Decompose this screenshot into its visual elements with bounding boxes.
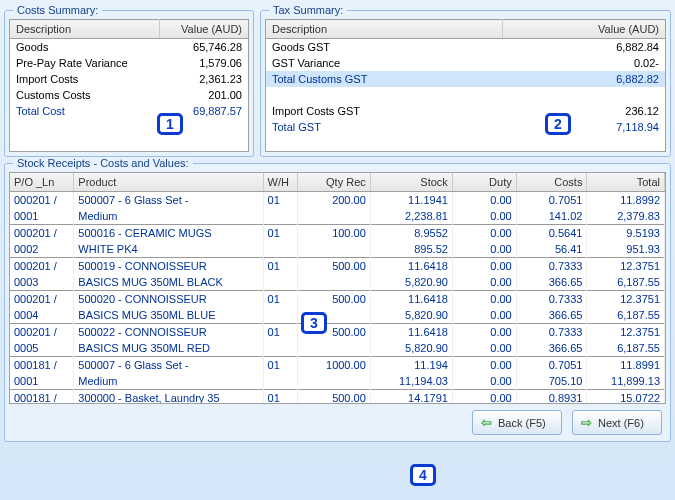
table-row[interactable]: 000181 /500007 - 6 Glass Set -011000.001… (10, 357, 665, 374)
table-row[interactable]: 000201 /500019 - CONNOISSEUR01500.0011.6… (10, 258, 665, 275)
table-row[interactable]: 000201 /500020 - CONNOISSEUR01500.0011.6… (10, 291, 665, 308)
stock-grid-scroll[interactable]: P/O _Ln Product W/H Qty Rec Stock Duty C… (9, 172, 666, 404)
stock-receipts-legend: Stock Receipts - Costs and Values: (13, 157, 193, 169)
table-row[interactable]: 0002WHITE PK4895.520.0056.41951.93 (10, 241, 665, 258)
arrow-left-icon: ⇦ (481, 415, 492, 430)
table-row[interactable]: 000181 /300000 - Basket, Laundry 3501500… (10, 390, 665, 405)
callout-marker-1: 1 (157, 113, 183, 135)
tax-col-desc: Description (266, 20, 503, 39)
tax-summary-legend: Tax Summary: (269, 4, 347, 16)
col-po[interactable]: P/O _Ln (10, 173, 74, 192)
table-row[interactable]: 0003BASICS MUG 350ML BLACK5,820.900.0036… (10, 274, 665, 291)
table-row[interactable]: 000201 /500007 - 6 Glass Set -01200.0011… (10, 192, 665, 209)
col-total[interactable]: Total (587, 173, 665, 192)
col-stock[interactable]: Stock (370, 173, 452, 192)
callout-marker-4: 4 (410, 464, 436, 486)
table-row[interactable]: 000201 /500022 - CONNOISSEUR01500.0011.6… (10, 324, 665, 341)
col-product[interactable]: Product (74, 173, 263, 192)
total-gst-label: Total GST (266, 119, 503, 135)
total-customs-gst-value: 6,882.82 (503, 71, 666, 87)
table-row[interactable]: 0001Medium11,194.030.00705.1011,899.13 (10, 373, 665, 390)
costs-summary-panel: Costs Summary: Description Value (AUD) G… (4, 10, 254, 157)
arrow-right-icon: ⇨ (581, 415, 592, 430)
callout-marker-2: 2 (545, 113, 571, 135)
stock-grid: P/O _Ln Product W/H Qty Rec Stock Duty C… (10, 173, 665, 404)
table-row[interactable]: 000201 /500016 - CERAMIC MUGS01100.008.9… (10, 225, 665, 242)
table-row[interactable]: 0001Medium2,238.810.00141.022,379.83 (10, 208, 665, 225)
next-button[interactable]: ⇨ Next (F6) (572, 410, 662, 435)
total-gst-value: 7,118.94 (503, 119, 666, 135)
stock-receipts-panel: Stock Receipts - Costs and Values: P/O _… (4, 163, 671, 442)
costs-summary-table: Description Value (AUD) Goods65,746.28 P… (9, 19, 249, 152)
table-row[interactable]: 0004BASICS MUG 350ML BLUE5,820.900.00366… (10, 307, 665, 324)
col-qty[interactable]: Qty Rec (297, 173, 370, 192)
tax-summary-panel: Tax Summary: Description Value (AUD) Goo… (260, 10, 671, 157)
tax-summary-table: Description Value (AUD) Goods GST6,882.8… (265, 19, 666, 152)
col-costs[interactable]: Costs (516, 173, 587, 192)
back-button[interactable]: ⇦ Back (F5) (472, 410, 562, 435)
costs-total-label: Total Cost (10, 103, 160, 119)
costs-summary-legend: Costs Summary: (13, 4, 102, 16)
col-wh[interactable]: W/H (263, 173, 297, 192)
costs-col-desc: Description (10, 20, 160, 39)
next-button-label: Next (F6) (598, 417, 644, 429)
total-customs-gst-label: Total Customs GST (266, 71, 503, 87)
col-duty[interactable]: Duty (452, 173, 516, 192)
callout-marker-3: 3 (301, 312, 327, 334)
back-button-label: Back (F5) (498, 417, 546, 429)
table-row[interactable]: 0005BASICS MUG 350ML RED5,820.900.00366.… (10, 340, 665, 357)
tax-col-val: Value (AUD) (503, 20, 666, 39)
costs-col-val: Value (AUD) (159, 20, 248, 39)
